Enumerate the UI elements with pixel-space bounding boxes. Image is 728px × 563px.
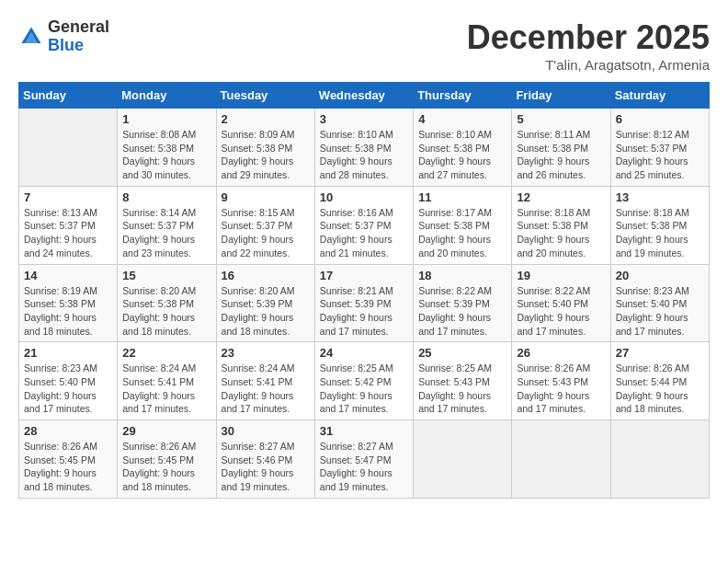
- day-number: 15: [122, 269, 210, 282]
- day-number: 9: [222, 190, 310, 204]
- day-info: Sunrise: 8:13 AMSunset: 5:37 PMDaylight:…: [24, 206, 112, 260]
- calendar-cell: 5Sunrise: 8:11 AMSunset: 5:38 PMDaylight…: [512, 109, 610, 187]
- calendar-cell: 4Sunrise: 8:10 AMSunset: 5:38 PMDaylight…: [414, 109, 512, 187]
- logo-blue: Blue: [48, 36, 84, 54]
- day-info: Sunrise: 8:23 AMSunset: 5:40 PMDaylight:…: [616, 284, 704, 339]
- calendar-cell: 19Sunrise: 8:22 AMSunset: 5:40 PMDayligh…: [512, 264, 610, 342]
- day-info: Sunrise: 8:26 AMSunset: 5:43 PMDaylight:…: [517, 362, 605, 416]
- calendar-cell: 12Sunrise: 8:18 AMSunset: 5:38 PMDayligh…: [512, 186, 610, 264]
- day-info: Sunrise: 8:21 AMSunset: 5:39 PMDaylight:…: [320, 284, 408, 339]
- calendar-cell: 15Sunrise: 8:20 AMSunset: 5:38 PMDayligh…: [118, 264, 216, 342]
- calendar-cell: [512, 420, 610, 499]
- day-info: Sunrise: 8:08 AMSunset: 5:38 PMDaylight:…: [122, 128, 210, 182]
- calendar-cell: 2Sunrise: 8:09 AMSunset: 5:38 PMDaylight…: [216, 109, 314, 187]
- calendar-cell: 29Sunrise: 8:26 AMSunset: 5:45 PMDayligh…: [118, 420, 216, 499]
- day-number: 28: [24, 424, 112, 438]
- day-header: Sunday: [19, 83, 118, 109]
- day-info: Sunrise: 8:20 AMSunset: 5:39 PMDaylight:…: [222, 284, 310, 339]
- calendar-cell: 25Sunrise: 8:25 AMSunset: 5:43 PMDayligh…: [414, 342, 512, 420]
- calendar-cell: 17Sunrise: 8:21 AMSunset: 5:39 PMDayligh…: [314, 264, 413, 342]
- calendar-cell: 14Sunrise: 8:19 AMSunset: 5:38 PMDayligh…: [19, 264, 118, 342]
- day-number: 17: [320, 269, 408, 282]
- day-info: Sunrise: 8:22 AMSunset: 5:39 PMDaylight:…: [418, 284, 506, 339]
- page-header: General Blue December 2025 T'alin, Araga…: [18, 18, 710, 73]
- day-info: Sunrise: 8:17 AMSunset: 5:38 PMDaylight:…: [418, 206, 506, 260]
- calendar-cell: 20Sunrise: 8:23 AMSunset: 5:40 PMDayligh…: [610, 264, 709, 342]
- calendar-cell: 21Sunrise: 8:23 AMSunset: 5:40 PMDayligh…: [19, 342, 118, 420]
- calendar-cell: 7Sunrise: 8:13 AMSunset: 5:37 PMDaylight…: [19, 186, 118, 264]
- day-info: Sunrise: 8:18 AMSunset: 5:38 PMDaylight:…: [616, 206, 704, 260]
- day-number: 13: [616, 190, 704, 204]
- day-number: 5: [517, 112, 605, 126]
- day-number: 26: [517, 346, 605, 360]
- day-number: 4: [418, 112, 506, 126]
- day-info: Sunrise: 8:19 AMSunset: 5:38 PMDaylight:…: [24, 284, 112, 339]
- day-number: 22: [122, 346, 210, 360]
- day-number: 2: [222, 112, 310, 126]
- day-info: Sunrise: 8:26 AMSunset: 5:45 PMDaylight:…: [122, 440, 210, 494]
- logo: General Blue: [18, 18, 109, 55]
- calendar-cell: 26Sunrise: 8:26 AMSunset: 5:43 PMDayligh…: [512, 342, 610, 420]
- day-number: 6: [616, 112, 704, 126]
- day-info: Sunrise: 8:15 AMSunset: 5:37 PMDaylight:…: [222, 206, 310, 260]
- day-info: Sunrise: 8:11 AMSunset: 5:38 PMDaylight:…: [517, 128, 605, 182]
- day-number: 29: [122, 424, 210, 438]
- day-info: Sunrise: 8:26 AMSunset: 5:44 PMDaylight:…: [616, 362, 704, 416]
- logo-icon: [18, 24, 44, 50]
- day-number: 21: [24, 346, 112, 360]
- calendar-cell: 10Sunrise: 8:16 AMSunset: 5:37 PMDayligh…: [314, 186, 413, 264]
- calendar-cell: 3Sunrise: 8:10 AMSunset: 5:38 PMDaylight…: [314, 109, 413, 187]
- day-number: 3: [320, 112, 408, 126]
- day-number: 7: [24, 190, 112, 204]
- calendar-cell: 9Sunrise: 8:15 AMSunset: 5:37 PMDaylight…: [216, 186, 314, 264]
- day-info: Sunrise: 8:24 AMSunset: 5:41 PMDaylight:…: [122, 362, 210, 416]
- day-info: Sunrise: 8:10 AMSunset: 5:38 PMDaylight:…: [320, 128, 408, 182]
- calendar-cell: 31Sunrise: 8:27 AMSunset: 5:47 PMDayligh…: [314, 420, 413, 499]
- calendar-cell: 24Sunrise: 8:25 AMSunset: 5:42 PMDayligh…: [314, 342, 413, 420]
- day-header: Friday: [512, 83, 610, 109]
- day-number: 30: [222, 424, 310, 438]
- day-header: Monday: [118, 83, 216, 109]
- calendar-cell: 8Sunrise: 8:14 AMSunset: 5:37 PMDaylight…: [118, 186, 216, 264]
- day-info: Sunrise: 8:14 AMSunset: 5:37 PMDaylight:…: [122, 206, 210, 260]
- logo-text: General Blue: [48, 18, 109, 55]
- day-info: Sunrise: 8:22 AMSunset: 5:40 PMDaylight:…: [517, 284, 605, 339]
- day-number: 20: [616, 269, 704, 282]
- day-number: 14: [24, 269, 112, 282]
- day-info: Sunrise: 8:26 AMSunset: 5:45 PMDaylight:…: [24, 440, 112, 494]
- day-info: Sunrise: 8:25 AMSunset: 5:43 PMDaylight:…: [418, 362, 506, 416]
- calendar-cell: 18Sunrise: 8:22 AMSunset: 5:39 PMDayligh…: [414, 264, 512, 342]
- day-number: 19: [517, 269, 605, 282]
- calendar-cell: 6Sunrise: 8:12 AMSunset: 5:37 PMDaylight…: [610, 109, 709, 187]
- day-number: 16: [222, 269, 310, 282]
- calendar-week-row: 28Sunrise: 8:26 AMSunset: 5:45 PMDayligh…: [19, 420, 710, 499]
- day-info: Sunrise: 8:20 AMSunset: 5:38 PMDaylight:…: [122, 284, 210, 339]
- calendar-cell: [610, 420, 709, 499]
- day-number: 25: [418, 346, 506, 360]
- day-info: Sunrise: 8:10 AMSunset: 5:38 PMDaylight:…: [418, 128, 506, 182]
- day-info: Sunrise: 8:12 AMSunset: 5:37 PMDaylight:…: [616, 128, 704, 182]
- calendar-week-row: 7Sunrise: 8:13 AMSunset: 5:37 PMDaylight…: [19, 186, 710, 264]
- day-info: Sunrise: 8:16 AMSunset: 5:37 PMDaylight:…: [320, 206, 408, 260]
- main-title: December 2025: [467, 18, 710, 57]
- logo-general: General: [48, 17, 109, 36]
- calendar-week-row: 21Sunrise: 8:23 AMSunset: 5:40 PMDayligh…: [19, 342, 710, 420]
- day-info: Sunrise: 8:18 AMSunset: 5:38 PMDaylight:…: [517, 206, 605, 260]
- day-number: 18: [418, 269, 506, 282]
- calendar-cell: 22Sunrise: 8:24 AMSunset: 5:41 PMDayligh…: [118, 342, 216, 420]
- calendar-cell: 16Sunrise: 8:20 AMSunset: 5:39 PMDayligh…: [216, 264, 314, 342]
- calendar-cell: 28Sunrise: 8:26 AMSunset: 5:45 PMDayligh…: [19, 420, 118, 499]
- calendar-table: SundayMondayTuesdayWednesdayThursdayFrid…: [18, 82, 710, 499]
- day-info: Sunrise: 8:27 AMSunset: 5:47 PMDaylight:…: [320, 440, 408, 494]
- day-number: 31: [320, 424, 408, 438]
- day-info: Sunrise: 8:09 AMSunset: 5:38 PMDaylight:…: [222, 128, 310, 182]
- calendar-cell: 1Sunrise: 8:08 AMSunset: 5:38 PMDaylight…: [118, 109, 216, 187]
- day-number: 23: [222, 346, 310, 360]
- day-number: 24: [320, 346, 408, 360]
- location-subtitle: T'alin, Aragatsotn, Armenia: [467, 57, 710, 73]
- day-info: Sunrise: 8:23 AMSunset: 5:40 PMDaylight:…: [24, 362, 112, 416]
- calendar-week-row: 1Sunrise: 8:08 AMSunset: 5:38 PMDaylight…: [19, 109, 710, 187]
- day-number: 11: [418, 190, 506, 204]
- title-section: December 2025 T'alin, Aragatsotn, Armeni…: [467, 18, 710, 73]
- calendar-cell: [414, 420, 512, 499]
